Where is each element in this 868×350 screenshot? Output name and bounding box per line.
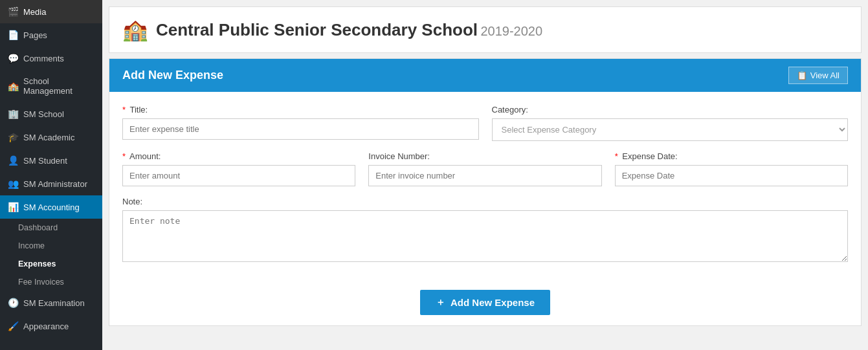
form-group-title: * Title: [122,105,479,141]
sidebar-item-school-management[interactable]: 🏫 School Management [0,70,102,102]
document-icon: 📋 [797,71,807,80]
sidebar-item-label: School Management [23,76,95,96]
amount-input[interactable] [122,165,355,186]
sidebar-item-label: SM Academic [23,133,74,142]
main-content: 🏫 Central Public Senior Secondary School… [102,0,868,350]
form-row-title-category: * Title: Category: Select Expense Catego… [122,105,848,141]
form-row-note: Note: [122,197,848,262]
amount-label: * Amount: [122,151,355,161]
add-expense-button[interactable]: ＋ Add New Expense [420,290,550,315]
school-name: Central Public Senior Secondary School [156,20,478,39]
sidebar-item-media[interactable]: 🎬 Media [0,0,102,23]
category-label: Category: [492,105,849,115]
sidebar-item-appearance[interactable]: 🖌️ Appearance [0,314,102,338]
required-star-amount: * [122,151,126,161]
school-management-icon: 🏫 [8,81,18,91]
note-label: Note: [122,197,848,206]
sidebar-item-label: Pages [23,30,47,40]
view-all-button[interactable]: 📋 View All [788,67,848,84]
sub-label: Expenses [18,259,56,268]
sidebar-item-sm-academic[interactable]: 🎓 SM Academic [0,126,102,149]
sidebar-sub-fee-invoices[interactable]: Fee Invoices [0,273,102,291]
comments-icon: 💬 [8,53,18,63]
sidebar-item-label: SM School [23,109,64,119]
form-group-category: Category: Select Expense Category Utilit… [492,105,849,141]
expense-date-label: * Expense Date: [615,151,848,161]
sm-academic-icon: 🎓 [8,132,18,142]
sidebar: 🎬 Media 📄 Pages 💬 Comments 🏫 School Mana… [0,0,102,350]
sub-label: Income [18,241,45,250]
sidebar-sub-expenses[interactable]: Expenses [0,255,102,273]
form-footer: ＋ Add New Expense [109,282,861,325]
sidebar-sub-dashboard[interactable]: Dashboard [0,219,102,237]
sidebar-item-label: Comments [23,54,64,63]
sidebar-item-label: SM Administrator [23,179,87,189]
sidebar-item-sm-accounting[interactable]: 📊 SM Accounting [0,195,102,219]
plus-icon: ＋ [436,296,445,309]
sidebar-item-pages[interactable]: 📄 Pages [0,23,102,47]
sub-label: Dashboard [18,223,58,232]
expense-date-input[interactable] [615,165,848,186]
school-year: 2019-2020 [480,24,542,38]
sub-label: Fee Invoices [18,278,64,287]
category-select[interactable]: Select Expense Category Utilities Mainte… [492,118,849,141]
invoice-label: Invoice Number: [368,151,601,161]
sm-examination-icon: 🕐 [8,298,18,308]
view-all-label: View All [810,71,840,80]
sidebar-item-sm-student[interactable]: 👤 SM Student [0,149,102,172]
form-body: * Title: Category: Select Expense Catego… [109,92,861,282]
form-group-expense-date: * Expense Date: [615,151,848,186]
media-icon: 🎬 [8,6,18,17]
sm-student-icon: 👤 [8,155,18,166]
sidebar-item-label: Appearance [23,322,69,331]
school-logo-icon: 🏫 [122,17,148,42]
note-textarea[interactable] [122,210,848,262]
form-row-amount-invoice-date: * Amount: Invoice Number: * Expense Date… [122,151,848,186]
invoice-input[interactable] [368,165,601,186]
add-expense-label: Add New Expense [451,297,535,308]
sm-accounting-icon: 📊 [8,202,18,212]
add-expense-form-card: Add New Expense 📋 View All * Title: Cate… [109,58,862,326]
sidebar-item-label: SM Examination [23,298,85,308]
sidebar-sub-income[interactable]: Income [0,237,102,255]
school-title: Central Public Senior Secondary School 2… [156,20,542,40]
sidebar-item-sm-examination[interactable]: 🕐 SM Examination [0,291,102,314]
title-label: * Title: [122,105,479,115]
pages-icon: 📄 [8,30,18,40]
sidebar-item-comments[interactable]: 💬 Comments [0,47,102,70]
form-header: Add New Expense 📋 View All [109,59,861,92]
school-header: 🏫 Central Public Senior Secondary School… [109,6,862,53]
title-input[interactable] [122,118,479,140]
appearance-icon: 🖌️ [8,321,18,331]
sidebar-item-sm-administrator[interactable]: 👥 SM Administrator [0,172,102,195]
required-star: * [122,105,126,115]
sidebar-item-sm-school[interactable]: 🏢 SM School [0,102,102,126]
sm-administrator-icon: 👥 [8,179,18,189]
required-star-date: * [615,151,618,161]
form-group-invoice: Invoice Number: [368,151,601,186]
sidebar-item-label: SM Student [23,156,67,166]
sidebar-item-label: Media [23,7,46,17]
form-title: Add New Expense [122,69,223,82]
form-group-amount: * Amount: [122,151,355,186]
form-group-note: Note: [122,197,848,262]
sidebar-item-label: SM Accounting [23,202,80,212]
sm-school-icon: 🏢 [8,109,18,119]
